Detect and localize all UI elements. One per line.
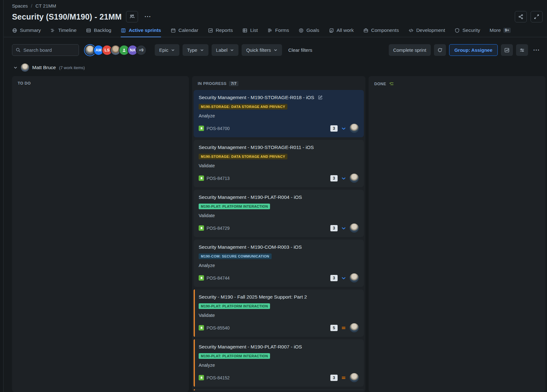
person-icon (122, 48, 127, 53)
card-key[interactable]: POS-84729 (207, 226, 230, 231)
tab-timeline[interactable]: Timeline (50, 27, 76, 37)
assignee-avatar[interactable] (350, 373, 359, 382)
dropdown-label: Epic (159, 47, 168, 53)
breadcrumb-project[interactable]: CT 21MM (35, 3, 56, 9)
board-card[interactable]: Security Management - M190-COM-R003 - iO… (194, 240, 364, 287)
insights-button[interactable] (501, 44, 513, 56)
tab-label: More (490, 27, 501, 33)
avatar-overflow[interactable]: +9 (136, 45, 147, 56)
search-board[interactable] (12, 44, 79, 56)
card-status: Analyze (199, 363, 359, 368)
epic-tag[interactable]: M190-PLAT: PLATFORM INTERACTION (199, 204, 270, 209)
reports-icon (208, 28, 213, 33)
collapsed-sidebar[interactable] (0, 0, 3, 392)
tab-active-sprints[interactable]: Active sprints (121, 27, 161, 37)
sync-button[interactable] (434, 44, 446, 56)
sync-icon (437, 47, 443, 53)
view-settings-button[interactable] (516, 44, 528, 56)
goals-icon (298, 28, 304, 33)
card-key[interactable]: POS-84152 (207, 375, 230, 380)
estimate-badge: 5 (330, 325, 338, 331)
page-title: Security (S190/M190) - 21MM (12, 12, 122, 21)
edit-icon[interactable] (317, 95, 323, 100)
collapse-chevron-icon[interactable] (13, 65, 18, 70)
tab-summary[interactable]: Summary (12, 27, 41, 37)
epic-tag[interactable]: M190-PLAT: PLATFORM INTERACTION (199, 353, 270, 359)
epic-tag[interactable]: M190-COM: SECURE COMMUNICATION (199, 253, 272, 259)
card-key[interactable]: POS-84713 (207, 176, 230, 181)
board-card-partial[interactable] (194, 389, 364, 390)
tab-label: Calendar (178, 27, 198, 33)
globe-icon (12, 28, 17, 33)
card-color-strip (194, 389, 195, 390)
timeline-icon (50, 28, 56, 33)
estimate-badge: 3 (330, 275, 338, 281)
priority-low-icon (341, 226, 346, 231)
view-tabs: Summary Timeline Backlog Active sprints (4, 22, 547, 37)
type-filter-dropdown[interactable]: Type (183, 44, 208, 56)
board-more-button[interactable]: ··· (531, 45, 542, 55)
tab-label: Components (371, 27, 399, 33)
tab-security[interactable]: Security (454, 27, 480, 37)
tab-more[interactable]: More 9+ (490, 27, 511, 37)
assignee-avatar[interactable] (350, 273, 359, 282)
tab-label: Forms (275, 27, 289, 33)
complete-sprint-button[interactable]: Complete sprint (389, 44, 431, 56)
estimate-badge: 3 (330, 225, 338, 231)
search-input[interactable] (23, 47, 71, 53)
tab-backlog[interactable]: Backlog (86, 27, 111, 37)
board-card[interactable]: Security Management - M190-PLAT-R007 - i… (194, 339, 364, 387)
board-card[interactable]: Security Management - M190-STORAGE-R018 … (194, 90, 364, 137)
board-card[interactable]: Security Management - M190-PLAT-R004 - i… (194, 190, 364, 237)
people-button[interactable] (126, 11, 138, 22)
board-card[interactable]: Security Management - M190-STORAGE-R011 … (194, 140, 364, 187)
story-type-icon (199, 275, 204, 281)
assignee-avatar[interactable] (350, 174, 359, 183)
tab-reports[interactable]: Reports (208, 27, 233, 37)
epic-tag[interactable]: M190-STORAGE: DATA STORAGE AND PRIVACY (199, 104, 287, 110)
title-more-button[interactable]: ··· (142, 12, 153, 22)
group-by-button[interactable]: Group: Assignee (449, 44, 498, 56)
share-button[interactable] (515, 11, 527, 22)
card-key[interactable]: POS-84744 (207, 276, 230, 281)
story-type-icon (199, 175, 204, 181)
story-type-icon (199, 325, 204, 330)
card-key[interactable]: POS-85540 (207, 325, 230, 330)
clear-filters-button[interactable]: Clear filters (285, 47, 316, 53)
expand-button[interactable] (531, 11, 543, 22)
priority-medium-icon (341, 375, 346, 380)
group-assignee-name: Matt Bruce (32, 65, 56, 70)
assignee-avatar[interactable] (350, 124, 359, 133)
priority-medium-icon (341, 325, 346, 330)
tab-development[interactable]: Development (408, 27, 445, 37)
tab-goals[interactable]: Goals (298, 27, 319, 37)
components-icon (363, 28, 369, 33)
group-work-item-count: (7 work items) (59, 65, 85, 70)
chevron-down-icon (171, 48, 175, 52)
card-title: Security - M190 - Fall 2025 Merge Suppor… (199, 294, 307, 300)
assignee-group-header[interactable]: Matt Bruce (7 work items) (4, 56, 547, 76)
dropdown-label: Type (187, 47, 197, 53)
card-key[interactable]: POS-84700 (207, 126, 230, 131)
epic-tag[interactable]: M190-STORAGE: DATA STORAGE AND PRIVACY (199, 154, 287, 159)
tab-list[interactable]: List (242, 27, 258, 37)
assignee-avatar[interactable] (350, 323, 359, 332)
tab-forms[interactable]: Forms (267, 27, 289, 37)
card-title: Security Management - M190-PLAT-R007 - i… (199, 344, 302, 350)
epic-tag[interactable]: M190-PLAT: PLATFORM INTERACTION (199, 303, 270, 309)
assignee-avatar[interactable] (350, 223, 359, 233)
board-card[interactable]: Security - M190 - Fall 2025 Merge Suppor… (194, 289, 364, 337)
avatar-initials: LS (105, 48, 110, 52)
tab-components[interactable]: Components (363, 27, 399, 37)
tab-calendar[interactable]: Calendar (171, 27, 198, 37)
label-filter-dropdown[interactable]: Label (212, 44, 239, 56)
quick-filters-dropdown[interactable]: Quick filters (242, 44, 282, 56)
estimate-badge: 3 (330, 175, 338, 181)
breadcrumb-spaces[interactable]: Spaces (12, 3, 28, 9)
tab-label: Reports (216, 27, 233, 33)
tab-all-work[interactable]: All work (329, 27, 354, 37)
epic-filter-dropdown[interactable]: Epic (155, 44, 179, 56)
breadcrumb-separator: / (31, 3, 32, 9)
tab-label: Active sprints (129, 27, 161, 33)
story-type-icon (199, 375, 204, 380)
